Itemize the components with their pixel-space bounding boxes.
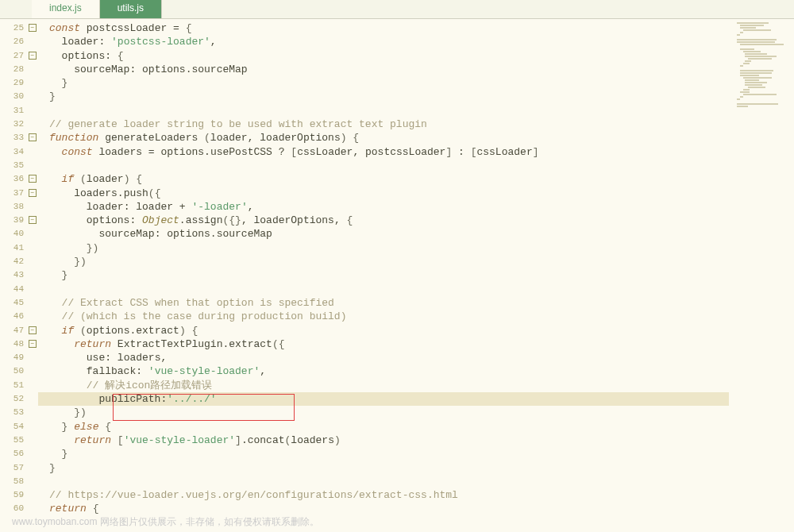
watermark-text: www.toymoban.com 网络图片仅供展示，非存储，如有侵权请联系删除。 bbox=[12, 515, 319, 529]
line-number: 29 bbox=[0, 76, 38, 90]
code-line[interactable]: // Extract CSS when that option is speci… bbox=[49, 296, 794, 310]
line-number: 51 bbox=[0, 379, 38, 392]
code-line[interactable]: sourceMap: options.sourceMap bbox=[49, 63, 794, 76]
line-number: 46 bbox=[0, 310, 38, 323]
line-number: 47− bbox=[0, 324, 38, 337]
code-line[interactable]: }) bbox=[49, 406, 794, 419]
code-line[interactable]: options: Object.assign({}, loaderOptions… bbox=[49, 214, 794, 227]
code-line[interactable]: // (which is the case during production … bbox=[49, 310, 794, 323]
code-line[interactable]: } bbox=[49, 90, 794, 103]
fold-toggle-icon[interactable]: − bbox=[29, 175, 37, 183]
code-line[interactable]: } bbox=[49, 76, 794, 90]
line-number: 34 bbox=[0, 145, 38, 159]
line-number: 33− bbox=[0, 131, 38, 145]
line-number: 50 bbox=[0, 364, 38, 378]
code-line[interactable]: }) bbox=[49, 255, 794, 268]
line-number: 45 bbox=[0, 296, 38, 310]
line-number: 36− bbox=[0, 172, 38, 186]
line-number: 37− bbox=[0, 187, 38, 200]
code-line[interactable]: }) bbox=[49, 241, 794, 255]
line-number: 35 bbox=[0, 159, 38, 172]
line-number: 53 bbox=[0, 406, 38, 419]
line-number: 42 bbox=[0, 255, 38, 268]
line-number: 31 bbox=[0, 104, 38, 118]
code-line[interactable]: if (loader) { bbox=[49, 172, 794, 186]
code-line[interactable] bbox=[49, 104, 794, 118]
code-line[interactable]: loader: 'postcss-loader', bbox=[49, 35, 794, 48]
line-number: 27− bbox=[0, 49, 38, 63]
code-line[interactable] bbox=[49, 475, 794, 488]
code-line[interactable]: fallback: 'vue-style-loader', bbox=[49, 364, 794, 378]
code-line[interactable]: use: loaders, bbox=[49, 351, 794, 364]
code-line[interactable]: publicPath:'../../' bbox=[38, 392, 729, 406]
line-number: 41 bbox=[0, 241, 38, 255]
code-pane[interactable]: const postcssLoader = { loader: 'postcss… bbox=[38, 19, 794, 532]
code-line[interactable]: loaders.push({ bbox=[49, 187, 794, 200]
code-line[interactable] bbox=[49, 283, 794, 296]
code-line[interactable]: const loaders = options.usePostCSS ? [cs… bbox=[49, 145, 794, 159]
line-number: 56 bbox=[0, 447, 38, 461]
line-number: 57 bbox=[0, 461, 38, 475]
code-line[interactable] bbox=[49, 159, 794, 172]
line-number: 59 bbox=[0, 488, 38, 502]
line-number: 55 bbox=[0, 434, 38, 447]
code-line[interactable]: return { bbox=[49, 502, 794, 515]
code-line[interactable]: } bbox=[49, 461, 794, 475]
code-line[interactable]: if (options.extract) { bbox=[49, 324, 794, 337]
minimap[interactable] bbox=[734, 22, 791, 260]
fold-toggle-icon[interactable]: − bbox=[29, 216, 37, 224]
line-number: 40 bbox=[0, 227, 38, 241]
code-line[interactable]: return ExtractTextPlugin.extract({ bbox=[49, 337, 794, 351]
line-number: 54 bbox=[0, 420, 38, 434]
fold-toggle-icon[interactable]: − bbox=[29, 133, 37, 141]
code-line[interactable]: sourceMap: options.sourceMap bbox=[49, 227, 794, 241]
line-number: 39− bbox=[0, 214, 38, 227]
editor-area: 25−2627−282930313233−343536−37−3839−4041… bbox=[0, 19, 794, 532]
gutter: 25−2627−282930313233−343536−37−3839−4041… bbox=[0, 19, 38, 532]
code-line[interactable]: function generateLoaders (loader, loader… bbox=[49, 131, 794, 145]
fold-toggle-icon[interactable]: − bbox=[29, 189, 37, 197]
line-number: 38 bbox=[0, 200, 38, 214]
tab-utils-js[interactable]: utils.js bbox=[100, 0, 162, 18]
line-number: 48− bbox=[0, 337, 38, 351]
line-number: 43 bbox=[0, 268, 38, 282]
line-number: 28 bbox=[0, 63, 38, 76]
fold-toggle-icon[interactable]: − bbox=[29, 340, 37, 348]
code-line[interactable]: // 解决icon路径加载错误 bbox=[49, 379, 794, 392]
code-line[interactable]: return ['vue-style-loader'].concat(loade… bbox=[49, 434, 794, 447]
line-number: 49 bbox=[0, 351, 38, 364]
line-number: 30 bbox=[0, 90, 38, 103]
line-number: 52 bbox=[0, 392, 38, 406]
code-line[interactable]: // https://vue-loader.vuejs.org/en/confi… bbox=[49, 488, 794, 502]
code-line[interactable]: const postcssLoader = { bbox=[49, 21, 794, 35]
code-line[interactable]: // generate loader string to be used wit… bbox=[49, 118, 794, 131]
code-line[interactable]: loader: loader + '-loader', bbox=[49, 200, 794, 214]
code-line[interactable]: } bbox=[49, 268, 794, 282]
fold-toggle-icon[interactable]: − bbox=[29, 24, 37, 32]
line-number: 32 bbox=[0, 118, 38, 131]
code-line[interactable]: options: { bbox=[49, 49, 794, 63]
line-number: 60 bbox=[0, 502, 38, 515]
line-number: 58 bbox=[0, 475, 38, 488]
line-number: 26 bbox=[0, 35, 38, 48]
fold-toggle-icon[interactable]: − bbox=[29, 326, 37, 334]
tab-bar: index.js utils.js bbox=[0, 0, 794, 19]
tab-index-js[interactable]: index.js bbox=[32, 0, 100, 18]
line-number: 44 bbox=[0, 283, 38, 296]
code-line[interactable]: } bbox=[49, 447, 794, 461]
fold-toggle-icon[interactable]: − bbox=[29, 52, 37, 60]
line-number: 25− bbox=[0, 21, 38, 35]
code-line[interactable]: } else { bbox=[49, 420, 794, 434]
